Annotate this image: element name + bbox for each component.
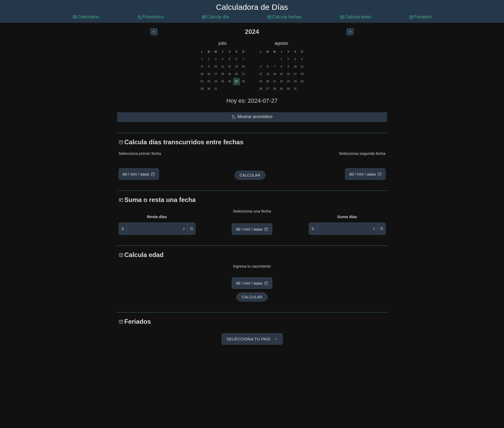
addsub-row: Resta días ▲▼ Selecciona una fecha dd / … xyxy=(117,209,387,235)
calendar-day[interactable]: 21 xyxy=(271,78,278,85)
calendar-day[interactable]: 14 xyxy=(271,70,278,78)
nav-calcula-dia[interactable]: Calcula día xyxy=(202,14,229,20)
calendar-day[interactable]: 30 xyxy=(206,85,212,93)
next-year-button[interactable] xyxy=(346,28,354,35)
clear-add-button[interactable] xyxy=(309,223,317,235)
calendar-day[interactable]: 3 xyxy=(292,56,299,63)
calendar-day[interactable]: 19 xyxy=(226,70,233,78)
calendar-day[interactable]: 1 xyxy=(278,56,285,63)
field-label: Resta días xyxy=(147,214,167,219)
calendar-day[interactable]: 20 xyxy=(264,78,271,85)
calendar-day[interactable]: 27 xyxy=(264,85,271,93)
calendar-day[interactable]: 22 xyxy=(199,78,206,85)
calendar-day[interactable]: 13 xyxy=(264,70,271,78)
calendar-day[interactable]: 12 xyxy=(257,70,264,78)
calendar-day[interactable]: 6 xyxy=(264,63,271,70)
calendar-icon xyxy=(151,172,155,176)
calendar-day[interactable]: 9 xyxy=(206,63,212,70)
first-date-col: Selecciona primer fecha dd / mm / aaaa xyxy=(119,151,161,180)
calendar-day[interactable]: 5 xyxy=(257,63,264,70)
calendar-day[interactable]: 2 xyxy=(206,56,212,63)
spinner-icon: ▲▼ xyxy=(373,227,376,231)
calendar-day[interactable]: 18 xyxy=(299,70,306,78)
calendar-day[interactable]: 30 xyxy=(285,85,292,93)
month-july: julio LMMJVSD123456789101112131415161718… xyxy=(199,41,247,93)
nav-feriados[interactable]: Feriados xyxy=(409,14,431,20)
calendar-day[interactable]: 26 xyxy=(257,85,264,93)
calendar-day[interactable]: 15 xyxy=(278,70,285,78)
calendar-day[interactable]: 24 xyxy=(292,78,299,85)
birthdate-input[interactable]: dd / mm / aaaa xyxy=(232,277,272,289)
calendar-icon xyxy=(377,172,382,176)
calendar-day[interactable]: 14 xyxy=(240,63,247,70)
calendar-day[interactable]: 15 xyxy=(199,70,206,78)
nav: Calendario Pronóstico Calcula día Calcul… xyxy=(53,14,451,20)
apply-subtract-button[interactable] xyxy=(188,223,195,235)
calculate-dates-button[interactable]: CALCULAR xyxy=(235,171,266,180)
calendar-event-icon xyxy=(202,15,206,19)
calendar-day[interactable]: 31 xyxy=(292,85,299,93)
calendar-star-icon xyxy=(119,319,123,324)
calendar-day[interactable]: 27 xyxy=(233,78,240,85)
calendars: julio LMMJVSD123456789101112131415161718… xyxy=(117,41,387,93)
calendar-day[interactable]: 23 xyxy=(285,78,292,85)
calendar-day[interactable]: 12 xyxy=(226,63,233,70)
calendar-day[interactable]: 22 xyxy=(278,78,285,85)
calendar-day[interactable]: 10 xyxy=(292,63,299,70)
calendar-day[interactable]: 4 xyxy=(299,56,306,63)
select-label: SELECCIONA TU PAÍS xyxy=(227,337,271,341)
apply-add-button[interactable] xyxy=(378,223,386,235)
calendar-day[interactable]: 4 xyxy=(219,56,226,63)
calendar-day[interactable]: 10 xyxy=(212,63,219,70)
calendar-day[interactable]: 7 xyxy=(240,56,247,63)
calendar-day[interactable]: 23 xyxy=(206,78,212,85)
addsub-date-input[interactable]: dd / mm / aaaa xyxy=(232,223,272,235)
calendar-day[interactable]: 16 xyxy=(285,70,292,78)
calendar-day[interactable]: 25 xyxy=(299,78,306,85)
add-days-input[interactable]: ▲▼ xyxy=(317,223,378,235)
calendar-day[interactable]: 29 xyxy=(199,85,206,93)
nav-calcula-fechas[interactable]: Calcula fechas xyxy=(267,14,302,20)
calendar-day[interactable]: 3 xyxy=(212,56,219,63)
calendar-day[interactable]: 16 xyxy=(206,70,212,78)
calendar-day[interactable]: 5 xyxy=(226,56,233,63)
date-placeholder: dd / mm / aaaa xyxy=(123,172,149,176)
subtract-days-input[interactable]: ▲▼ xyxy=(127,223,188,235)
calendar-day[interactable]: 17 xyxy=(292,70,299,78)
calendar-day[interactable]: 20 xyxy=(233,70,240,78)
calendar-day[interactable]: 7 xyxy=(271,63,278,70)
calendar-day[interactable]: 26 xyxy=(226,78,233,85)
nav-pronostico[interactable]: Pronóstico xyxy=(137,14,163,20)
calendar-day[interactable]: 11 xyxy=(299,63,306,70)
prev-year-button[interactable] xyxy=(150,28,158,35)
calculate-age-button[interactable]: CALCULAR xyxy=(237,292,267,301)
second-date-input[interactable]: dd / mm / aaaa xyxy=(345,168,385,180)
clear-subtract-button[interactable] xyxy=(119,223,127,235)
calendar-day[interactable]: 8 xyxy=(278,63,285,70)
calendar-day[interactable]: 18 xyxy=(219,70,226,78)
nav-calendario[interactable]: Calendario xyxy=(73,14,99,20)
calendar-day[interactable]: 25 xyxy=(219,78,226,85)
calendar-day[interactable]: 2 xyxy=(285,56,292,63)
calendar-day[interactable]: 13 xyxy=(233,63,240,70)
first-date-input[interactable]: dd / mm / aaaa xyxy=(119,168,159,180)
calendar-day[interactable]: 29 xyxy=(278,85,285,93)
divider xyxy=(117,312,387,313)
country-select[interactable]: SELECCIONA TU PAÍS xyxy=(222,333,283,345)
calendar-day[interactable]: 24 xyxy=(212,78,219,85)
calendar-day[interactable]: 1 xyxy=(199,56,206,63)
calendar-day[interactable]: 11 xyxy=(219,63,226,70)
calendar-day[interactable]: 28 xyxy=(271,85,278,93)
nav-calcula-edad[interactable]: Calcula edad xyxy=(340,14,371,20)
calendar-day[interactable]: 28 xyxy=(240,78,247,85)
weekday-header: M xyxy=(264,48,271,56)
weekday-header: S xyxy=(233,48,240,56)
calendar-day[interactable]: 6 xyxy=(233,56,240,63)
calendar-day[interactable]: 17 xyxy=(212,70,219,78)
calendar-day[interactable]: 19 xyxy=(257,78,264,85)
calendar-day[interactable]: 8 xyxy=(199,63,206,70)
calendar-day[interactable]: 21 xyxy=(240,70,247,78)
calendar-day[interactable]: 9 xyxy=(285,63,292,70)
show-forecast-button[interactable]: Mostrar pronóstico xyxy=(117,112,387,122)
calendar-day[interactable]: 31 xyxy=(212,85,219,93)
